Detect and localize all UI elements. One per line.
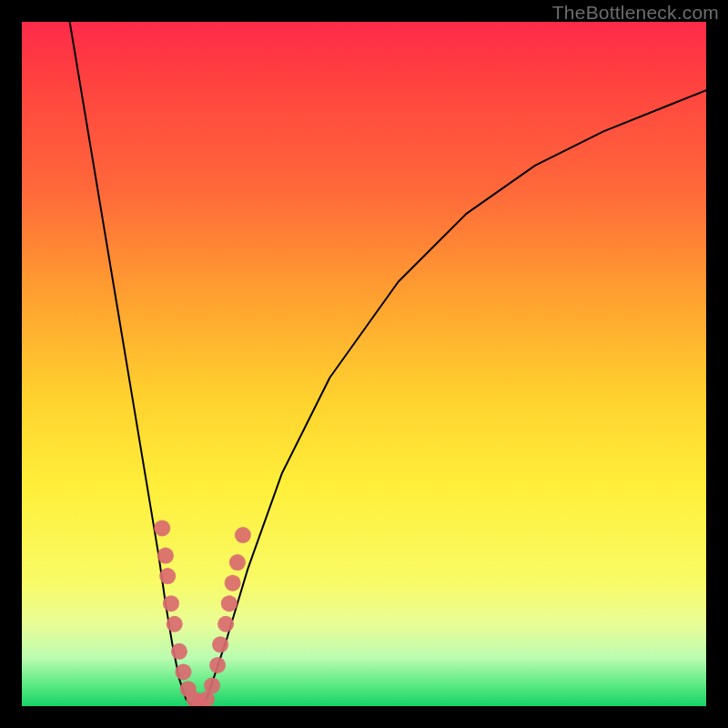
- chart-frame: TheBottleneck.com: [0, 0, 728, 728]
- marker-dot: [225, 575, 241, 592]
- marker-dot: [204, 677, 220, 693]
- watermark-text: TheBottleneck.com: [552, 2, 719, 24]
- plot-area: [22, 22, 706, 706]
- marker-dots: [154, 520, 251, 706]
- marker-dot: [217, 616, 234, 632]
- marker-dot: [209, 657, 226, 673]
- chart-svg: [22, 22, 706, 706]
- marker-dot: [167, 616, 183, 632]
- marker-dot: [221, 595, 238, 612]
- marker-dot: [154, 520, 170, 536]
- marker-dot: [229, 554, 246, 571]
- marker-dot: [157, 548, 174, 564]
- marker-dot: [235, 527, 251, 543]
- marker-dot: [159, 568, 176, 584]
- marker-dot: [212, 636, 228, 652]
- marker-dot: [163, 595, 179, 612]
- marker-dot: [171, 643, 187, 660]
- marker-dot: [175, 663, 191, 680]
